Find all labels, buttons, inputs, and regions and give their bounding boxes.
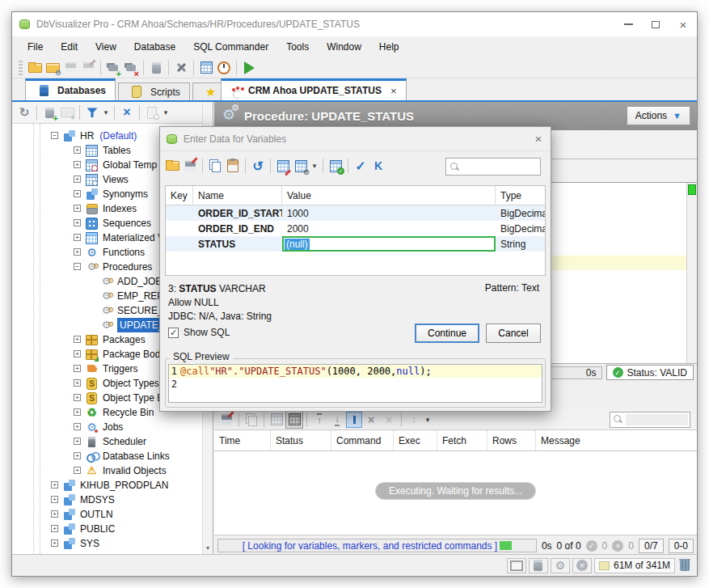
tree-expander-icon[interactable]: + xyxy=(74,350,81,357)
menu-sql-commander[interactable]: SQL Commander xyxy=(184,36,277,57)
tree-expander-icon[interactable]: + xyxy=(74,219,81,226)
tree-item-invalid-objects[interactable]: +Invalid Objects xyxy=(12,463,213,478)
grid-settings-icon[interactable] xyxy=(292,157,310,175)
add-connection-icon[interactable] xyxy=(40,104,58,121)
actions-button[interactable]: Actions ▼ xyxy=(627,106,690,125)
toolbar-grip[interactable] xyxy=(19,61,23,75)
expand-icon[interactable] xyxy=(362,411,380,429)
log-column-time[interactable]: Time xyxy=(214,430,271,451)
menu-database[interactable]: Database xyxy=(125,36,184,57)
tree-expander-icon[interactable]: + xyxy=(74,234,81,241)
open-folder-icon[interactable] xyxy=(26,59,44,77)
save-edit-icon[interactable] xyxy=(79,59,97,77)
scroll-bottom-icon[interactable] xyxy=(328,411,346,429)
cell-value[interactable]: 1000 xyxy=(282,205,496,221)
refresh-icon[interactable] xyxy=(15,104,33,121)
add-folder-icon[interactable] xyxy=(58,104,76,121)
menu-file[interactable]: File xyxy=(19,36,52,57)
tree-item-public[interactable]: +PUBLIC xyxy=(12,522,213,536)
tab-databases[interactable]: Databases xyxy=(25,78,116,100)
caret-icon[interactable] xyxy=(423,411,433,429)
tree-expander-icon[interactable]: − xyxy=(51,132,58,139)
save-edit-icon[interactable] xyxy=(217,411,235,429)
execute-icon[interactable] xyxy=(240,59,258,77)
show-sql-option[interactable]: ✓ Show SQL xyxy=(168,327,230,338)
caret-icon[interactable] xyxy=(101,104,111,121)
menu-view[interactable]: View xyxy=(87,36,125,57)
first-icon[interactable] xyxy=(369,157,387,175)
scrollbar-down-icon[interactable]: ▾ xyxy=(203,543,213,554)
garbage-collect-button[interactable] xyxy=(677,557,692,573)
dialog-search-input[interactable] xyxy=(445,158,541,176)
variable-row-order_id_end[interactable]: ORDER_ID_END2000BigDecimal xyxy=(166,221,545,236)
continue-button[interactable]: Continue xyxy=(415,324,479,343)
collapse-all-icon[interactable] xyxy=(118,104,136,121)
tools-icon[interactable] xyxy=(172,59,190,77)
column-header-name[interactable]: Name xyxy=(193,186,282,205)
tree-expander-icon[interactable]: + xyxy=(74,336,81,343)
grid-calendar-icon[interactable] xyxy=(197,59,215,77)
log-column-message[interactable]: Message xyxy=(536,430,697,451)
grid-dark-icon[interactable] xyxy=(285,411,303,429)
tree-item-scheduler[interactable]: +Scheduler xyxy=(12,434,213,449)
editor-scrollbar[interactable] xyxy=(686,183,697,363)
tree-item-mdsys[interactable]: +MDSYS xyxy=(12,493,213,507)
tree-expander-icon[interactable]: + xyxy=(51,539,58,547)
tree-expander-icon[interactable]: + xyxy=(51,510,58,518)
cancel-button[interactable]: Cancel xyxy=(486,324,541,343)
scroll-top-icon[interactable] xyxy=(310,411,328,429)
paste-icon[interactable] xyxy=(224,157,242,175)
menu-tools[interactable]: Tools xyxy=(277,36,318,57)
tree-expander-icon[interactable]: + xyxy=(51,496,58,503)
pin-icon[interactable] xyxy=(346,412,362,428)
dialog-close-icon[interactable]: × xyxy=(526,132,551,146)
tree-expander-icon[interactable]: + xyxy=(74,423,81,430)
value-edit-input[interactable]: (null) xyxy=(282,236,496,252)
copy-icon[interactable] xyxy=(206,157,224,175)
collapse-icon[interactable] xyxy=(380,411,398,429)
tree-expander-icon[interactable]: + xyxy=(74,146,81,154)
object-search-icon[interactable] xyxy=(143,104,161,121)
settings-button[interactable] xyxy=(551,558,570,573)
disconnect-icon[interactable] xyxy=(122,59,140,77)
cell-value[interactable]: 2000 xyxy=(282,221,496,236)
log-search-input[interactable] xyxy=(610,412,690,428)
tree-item-sys[interactable]: +SYS xyxy=(12,536,213,551)
tree-expander-icon[interactable]: + xyxy=(51,481,58,489)
save-edit-icon[interactable] xyxy=(181,157,199,175)
show-sql-checkbox[interactable]: ✓ xyxy=(168,328,179,338)
tree-expander-icon[interactable]: + xyxy=(74,176,81,183)
column-header-type[interactable]: Type xyxy=(496,186,545,205)
tree-expander-icon[interactable]: + xyxy=(74,205,81,212)
grid-icon[interactable] xyxy=(268,411,285,429)
tree-expander-icon[interactable]: + xyxy=(51,525,58,532)
column-header-key[interactable]: Key xyxy=(166,186,193,205)
panel-toggle-button[interactable] xyxy=(507,558,526,573)
log-column-fetch[interactable]: Fetch xyxy=(437,430,487,451)
menu-window[interactable]: Window xyxy=(318,36,370,57)
tree-expander-icon[interactable]: + xyxy=(74,467,81,474)
caret-icon[interactable] xyxy=(161,104,171,121)
minimize-button[interactable] xyxy=(614,12,642,36)
errors-button[interactable] xyxy=(572,558,592,573)
log-column-status[interactable]: Status xyxy=(271,430,331,451)
tree-item-database-links[interactable]: +Database Links xyxy=(12,449,213,463)
connect-icon[interactable] xyxy=(104,59,122,77)
copy-icon[interactable] xyxy=(243,411,260,429)
tree-item-kihub-prodplan[interactable]: +KIHUB_PRODPLAN xyxy=(12,478,213,493)
tree-item-jobs[interactable]: +Jobs xyxy=(12,420,213,434)
variable-row-order_id_start[interactable]: ORDER_ID_START1000BigDecimal xyxy=(166,205,545,221)
tree-expander-icon[interactable]: + xyxy=(74,161,81,168)
tree-expander-icon[interactable]: + xyxy=(74,248,81,256)
maximize-button[interactable] xyxy=(642,12,669,36)
dialog-title-bar[interactable]: Enter Data for Variables × xyxy=(160,127,551,151)
log-column-rows[interactable]: Rows xyxy=(487,430,536,451)
open-folder-icon[interactable] xyxy=(163,157,181,175)
menu-help[interactable]: Help xyxy=(370,36,408,57)
accept-icon[interactable] xyxy=(352,157,369,175)
save-icon[interactable] xyxy=(61,59,79,77)
caret-icon[interactable] xyxy=(310,157,319,175)
tree-expander-icon[interactable]: − xyxy=(74,263,81,270)
tab-document[interactable]: CRM Ahoa UPDATE_STATUS × xyxy=(221,78,407,100)
filter-icon[interactable] xyxy=(83,104,101,121)
